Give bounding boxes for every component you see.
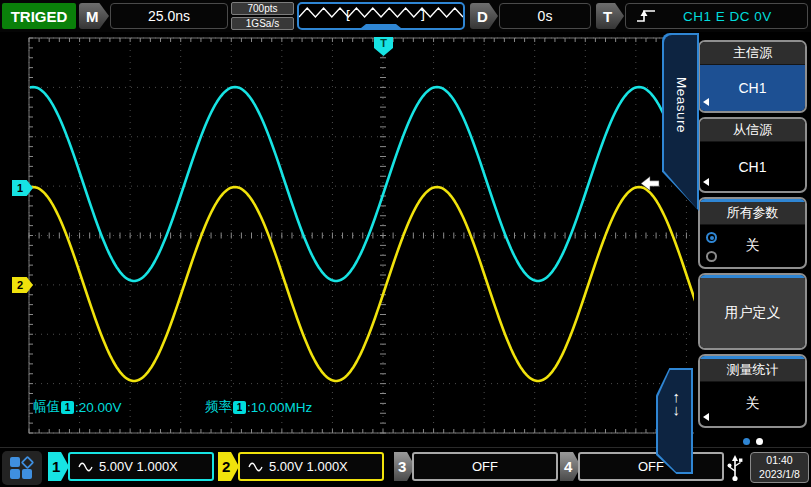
svg-text:]: ] [419, 8, 427, 23]
menu-item-measure-stats[interactable]: 测量统计 关 [698, 354, 807, 428]
top-status-bar: TRIGED M 25.0ns 700pts 1GSa/s [] D 0s T … [0, 0, 811, 32]
menu-item-user-define[interactable]: 用户定义 [698, 273, 807, 350]
measurement-amp-label: 幅值 [33, 398, 60, 416]
trigger-source-text: CH1 E DC 0V [683, 9, 772, 24]
side-menu-panel: 主信源 CH1 从信源 CH1 所有参数 [694, 32, 811, 447]
ch2-scale-text: 5.00V 1.000X [269, 459, 348, 474]
thumbnail-waveform-icon: [] [299, 4, 463, 28]
menu-page-indicator [694, 438, 811, 445]
main-source-value[interactable]: CH1 [700, 65, 805, 111]
ch2-badge[interactable]: 2 [218, 452, 239, 481]
date-text: 2023/1/8 [759, 468, 800, 482]
menu-item-all-params[interactable]: 所有参数 关 [698, 197, 807, 269]
radio-option-on[interactable] [706, 232, 717, 243]
all-params-header: 所有参数 [700, 202, 805, 225]
submenu-arrow-icon [703, 178, 709, 186]
horizontal-menu-button[interactable]: M [79, 3, 109, 29]
memory-depth: 700pts [231, 2, 294, 15]
menu-item-slave-source[interactable]: 从信源 CH1 [698, 117, 807, 193]
trigger-status-badge: TRIGED [2, 3, 76, 29]
sample-rate: 1GSa/s [231, 17, 294, 30]
user-define-button[interactable]: 用户定义 [700, 278, 805, 348]
measure-tab-label: Measure [673, 77, 688, 133]
delay-readout[interactable]: 0s [499, 3, 591, 29]
all-params-value[interactable]: 关 [700, 225, 805, 267]
measurement-amplitude: 幅值 1 :20.00V [33, 398, 122, 416]
ch2-settings-box[interactable]: 5.00V 1.000X [238, 452, 384, 481]
main-source-header: 主信源 [700, 42, 805, 65]
measurement-frequency: 频率 1 :10.00MHz [205, 398, 312, 416]
ch1-settings-box[interactable]: 5.00V 1.000X [68, 452, 214, 481]
ch4-settings-box[interactable]: OFF [578, 452, 724, 481]
arrow-down-icon: ↓ [673, 404, 681, 417]
trigger-menu-button[interactable]: T [596, 3, 624, 29]
all-params-radio-group [706, 232, 717, 262]
timebase-readout[interactable]: 25.0ns [110, 3, 228, 29]
measurement-freq-channel-chip: 1 [233, 401, 246, 414]
time-text: 01:40 [766, 454, 792, 468]
trigger-settings-readout[interactable]: CH1 E DC 0V [625, 3, 808, 29]
menu-page-scroll-tab[interactable]: ↑ ↓ [656, 368, 693, 474]
page-up-down-icon: ↑ ↓ [673, 391, 681, 417]
acquisition-info: 700pts 1GSa/s [231, 2, 294, 30]
slave-source-selected: CH1 [738, 159, 766, 175]
trigger-label: T [603, 8, 612, 25]
app-grid-icon [2, 451, 42, 485]
measurement-amp-value: :20.00V [75, 400, 122, 415]
measurement-freq-label: 频率 [205, 398, 232, 416]
rising-edge-icon [635, 8, 659, 24]
submenu-arrow-icon [703, 413, 709, 421]
horizontal-label: M [86, 8, 99, 25]
measure-stats-header: 测量统计 [700, 359, 805, 382]
page-dot-active [743, 438, 750, 445]
measure-stats-value[interactable]: 关 [700, 382, 805, 426]
main-source-selected: CH1 [738, 80, 766, 96]
clock-readout: 01:40 2023/1/8 [750, 452, 809, 483]
measurement-amp-channel-chip: 1 [61, 401, 74, 414]
ch3-settings-box[interactable]: OFF [412, 452, 558, 481]
measure-stats-selected: 关 [746, 395, 760, 413]
ac-coupling-icon [248, 462, 263, 472]
radio-option-off[interactable] [706, 251, 717, 262]
delay-menu-button[interactable]: D [470, 3, 498, 29]
home-menu-button[interactable] [2, 451, 42, 485]
tab-measure[interactable]: Measure [662, 33, 699, 211]
menu-item-main-source[interactable]: 主信源 CH1 [698, 40, 807, 113]
trigger-level-arrow-icon [641, 176, 660, 191]
page-dot-inactive [756, 438, 763, 445]
all-params-selected: 关 [746, 237, 760, 255]
ch1-scale-text: 5.00V 1.000X [99, 459, 178, 474]
usb-icon [726, 452, 744, 483]
svg-text:[: [ [344, 8, 352, 23]
ac-coupling-icon [78, 462, 93, 472]
slave-source-header: 从信源 [700, 119, 805, 142]
submenu-arrow-icon [703, 98, 709, 106]
waveform-display-area: T 1 2 幅值 1 :20.00V 频率 1 :10.00MHz 主信源 CH… [0, 32, 811, 447]
waveform-position-thumbnail[interactable]: [] [297, 2, 465, 30]
slave-source-value[interactable]: CH1 [700, 142, 805, 191]
delay-label: D [477, 8, 488, 25]
ch1-badge[interactable]: 1 [48, 452, 69, 481]
measurement-freq-value: :10.00MHz [247, 400, 312, 415]
oscilloscope-screen: TRIGED M 25.0ns 700pts 1GSa/s [] D 0s T … [0, 0, 811, 487]
